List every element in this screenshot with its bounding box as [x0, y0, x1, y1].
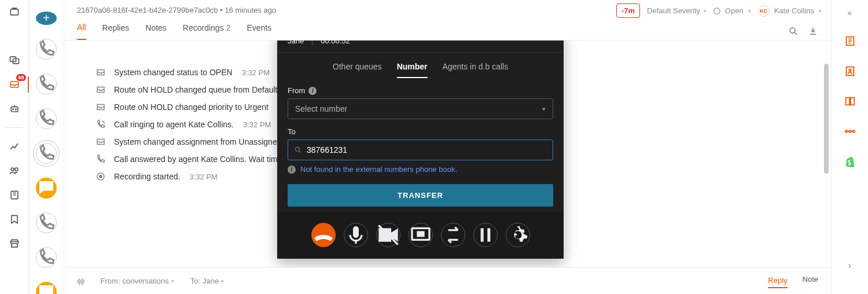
transfer-button[interactable]: TRANSFER [288, 184, 553, 207]
scrollbar[interactable] [823, 41, 829, 267]
record-icon [95, 171, 106, 182]
nav-analytics-icon[interactable] [9, 141, 20, 152]
shopify-panel-icon[interactable] [844, 155, 856, 168]
scrollbar-thumb[interactable] [824, 64, 829, 174]
inbox-badge: 68 [16, 74, 25, 81]
tab-other-queues[interactable]: Other queues [333, 62, 382, 78]
tab-replies[interactable]: Replies [102, 23, 130, 39]
conversation-age: 16 minutes ago [225, 6, 276, 14]
kb-panel-icon[interactable] [844, 95, 856, 108]
video-off-button[interactable] [376, 223, 400, 247]
waveform-icon: ı|ı|ı [77, 277, 84, 285]
tab-events[interactable]: Events [247, 23, 271, 39]
nav-separator [6, 127, 23, 128]
transfer-tabs: Other queues Number Agents in d.b calls [277, 53, 564, 78]
header-controls: -7m Default Severity▾ Open▾ KCKate Colli… [616, 3, 822, 18]
call-item-2[interactable] [36, 74, 57, 94]
status-open-icon [713, 8, 720, 14]
call-overlay: Jane 00:00:52 Other queues Number Agents… [277, 41, 564, 259]
queue-icon [95, 67, 106, 78]
call-item-chat-2[interactable] [36, 282, 57, 294]
timeline-panel-icon[interactable] [844, 125, 856, 138]
composer-footer: ı|ı|ı From:conversations▾ To:Jane▾ Reply… [64, 267, 831, 294]
svg-rect-20 [480, 228, 483, 241]
svg-point-24 [849, 69, 851, 71]
right-rail: « › [831, 0, 868, 294]
from-number-select[interactable]: Select number ▾ [288, 98, 553, 119]
tab-number[interactable]: Number [397, 62, 428, 78]
conversation-tabs: All Replies Notes Recordings2 Events [64, 18, 831, 41]
nav-dashboard-icon[interactable] [9, 6, 20, 17]
reply-tab[interactable]: Reply [768, 276, 787, 288]
collapse-rail-icon[interactable]: « [848, 8, 852, 17]
svg-point-6 [15, 109, 16, 110]
svg-point-17 [295, 147, 299, 151]
hangup-button[interactable] [311, 223, 336, 247]
call-item-3[interactable] [36, 108, 57, 129]
main-panel: -7m Default Severity▾ Open▾ KCKate Colli… [64, 0, 831, 294]
nav-bookmark-icon[interactable] [9, 214, 20, 225]
search-icon [294, 146, 302, 154]
to-number-input[interactable] [307, 140, 547, 160]
nav-messages-icon[interactable] [9, 54, 20, 66]
call-item-5[interactable] [36, 247, 57, 268]
chevron-down-icon: ▾ [221, 278, 224, 284]
mute-button[interactable] [344, 223, 368, 247]
svg-point-8 [14, 168, 17, 171]
call-item-active[interactable] [36, 143, 57, 164]
nav-store-icon[interactable] [9, 238, 20, 249]
settings-button[interactable] [506, 223, 530, 247]
primary-nav: 68 [0, 0, 29, 294]
tab-agents[interactable]: Agents in d.b calls [443, 62, 509, 78]
nav-bot-icon[interactable] [9, 103, 20, 115]
svg-point-5 [12, 109, 13, 110]
hold-button[interactable] [473, 223, 498, 247]
new-button[interactable]: + [36, 12, 57, 25]
chevron-down-icon: ▾ [819, 8, 822, 14]
info-icon: i [288, 166, 296, 174]
assignee-selector[interactable]: KCKate Collins▾ [758, 5, 822, 17]
search-icon[interactable] [788, 26, 799, 36]
from-label: From [288, 86, 305, 95]
transfer-icon-button[interactable] [441, 223, 465, 247]
status-selector[interactable]: Open▾ [713, 6, 751, 15]
svg-point-7 [11, 168, 14, 171]
info-icon[interactable]: i [308, 87, 317, 95]
avatar: KC [758, 5, 770, 17]
phone-icon [95, 154, 106, 164]
sla-badge: -7m [616, 3, 640, 18]
tab-recordings[interactable]: Recordings2 [183, 23, 231, 39]
chevron-down-icon: ▾ [171, 278, 174, 284]
svg-point-10 [790, 28, 795, 33]
svg-rect-0 [10, 9, 18, 15]
call-item-chat-1[interactable] [36, 178, 57, 199]
severity-selector[interactable]: Default Severity▾ [647, 6, 707, 15]
call-item-1[interactable] [36, 39, 57, 60]
from-selector[interactable]: From:conversations▾ [101, 277, 174, 285]
screen-share-button[interactable] [409, 223, 433, 247]
nav-inbox-icon[interactable]: 68 [9, 79, 20, 90]
queue-icon [95, 84, 106, 95]
nav-kb-icon[interactable] [9, 189, 20, 201]
expand-rail-icon[interactable]: › [848, 260, 851, 271]
to-label: To [288, 127, 296, 136]
notes-panel-icon[interactable] [844, 35, 856, 47]
svg-rect-19 [418, 232, 424, 236]
chevron-down-icon: ▾ [748, 8, 751, 14]
conversation-id: 21670a08-816f-42e1-b42e-2799be7ac0cb [77, 6, 218, 14]
tab-all[interactable]: All [77, 23, 86, 40]
queue-icon [95, 137, 106, 147]
call-item-4[interactable] [36, 212, 57, 233]
nav-people-icon[interactable] [9, 165, 20, 177]
tab-notes[interactable]: Notes [145, 23, 167, 39]
to-selector[interactable]: To:Jane▾ [190, 277, 225, 285]
svg-point-25 [845, 130, 847, 133]
contact-panel-icon[interactable] [844, 65, 856, 78]
ringing-icon [95, 119, 106, 130]
chevron-down-icon: ▾ [704, 8, 707, 14]
chevron-down-icon: ▾ [542, 105, 546, 113]
queue-icon [95, 102, 106, 112]
call-list-column: + [29, 0, 64, 294]
download-icon[interactable] [808, 26, 818, 36]
note-tab[interactable]: Note [803, 275, 818, 287]
